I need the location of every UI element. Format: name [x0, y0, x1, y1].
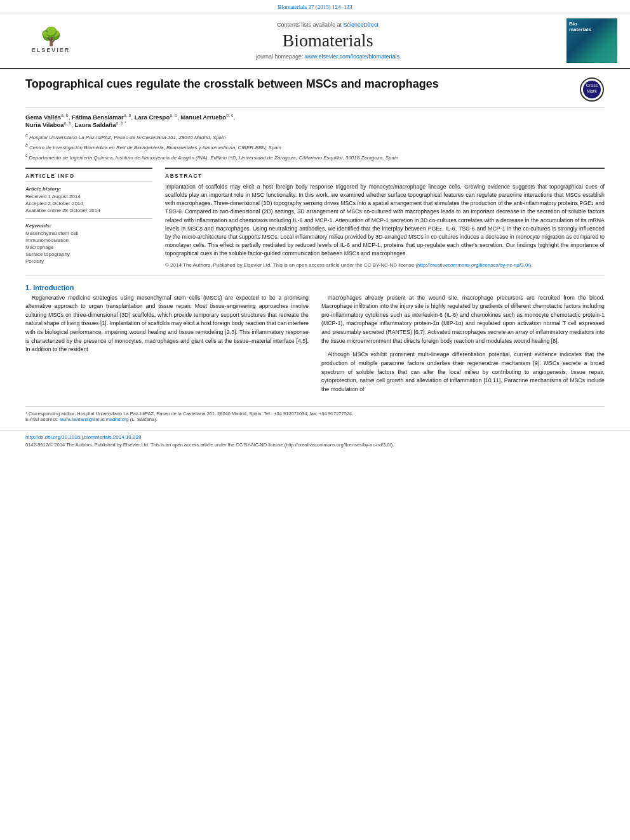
accepted-date: Accepted 2 October 2014	[25, 201, 152, 206]
intro-para-1: Regenerative medicine strategies using m…	[25, 294, 309, 354]
intro-col-left: Regenerative medicine strategies using m…	[25, 294, 309, 399]
article-title: Topographical cues regulate the crosstal…	[25, 77, 579, 91]
info-abstract-columns: ARTICLE INFO Article history: Received 1…	[25, 168, 605, 268]
abstract-title: ABSTRACT	[165, 173, 605, 179]
intro-para-2: macrophages already present at the wound…	[321, 294, 605, 346]
journal-cover-image: Biomaterials	[566, 18, 617, 63]
copyright-link[interactable]: http://creativecommons.org/licenses/by-n…	[417, 262, 530, 268]
footnote-star-note: * Corresponding author. Hospital Univers…	[25, 411, 353, 417]
journal-title-block: Contents lists available at ScienceDirec…	[89, 22, 566, 60]
keyword-5: Porosity	[25, 258, 152, 264]
keyword-1: Mesenchymal stem cell	[25, 230, 152, 236]
author-3: Lara Crespo	[135, 114, 170, 121]
crossmark-badge[interactable]: Cross Mark	[579, 77, 605, 102]
affiliation-a: a Hospital Universitario La Paz-IdiPAZ, …	[25, 132, 605, 141]
article-info-box: ARTICLE INFO Article history: Received 1…	[25, 168, 152, 264]
copyright-close: ).	[530, 262, 533, 268]
keyword-3: Macrophage	[25, 244, 152, 250]
journal-title: Biomaterials	[89, 30, 566, 51]
author-6: Laura Saldaña	[75, 121, 116, 128]
available-date: Available online 28 October 2014	[25, 208, 152, 213]
article-info-title: ARTICLE INFO	[25, 173, 152, 179]
author-1: Gema Vallés	[25, 114, 61, 121]
author-5: Nuria Vilaboa	[25, 121, 64, 128]
footer-issn-line: 0142-9612/© 2014 The Authors. Published …	[25, 442, 605, 448]
elsevier-tree-icon: 🌳	[40, 28, 62, 46]
elsevier-logo: 🌳 ELSEVIER	[22, 25, 79, 57]
keywords-section: Keywords: Mesenchymal stem cell Immunomo…	[25, 218, 152, 264]
abstract-copyright: © 2014 The Authors. Published by Elsevie…	[165, 262, 605, 268]
journal-homepage: journal homepage: www.elsevier.com/locat…	[89, 53, 566, 60]
homepage-label: journal homepage:	[256, 53, 304, 60]
footnote-section: * Corresponding author. Hospital Univers…	[25, 406, 605, 422]
sciencedirect-line: Contents lists available at ScienceDirec…	[89, 22, 566, 28]
email-label: E-mail address:	[25, 417, 58, 422]
keyword-4: Surface topography	[25, 251, 152, 257]
elsevier-wordmark: ELSEVIER	[32, 47, 70, 53]
author-2: Fátima Bensiamar	[72, 114, 124, 121]
keyword-2: Immunomodulation	[25, 237, 152, 243]
journal-cover-label: Biomaterials	[569, 21, 591, 32]
affiliation-c: c Departamento de Ingeniería Química, In…	[25, 152, 605, 161]
copyright-text: © 2014 The Authors. Published by Elsevie…	[165, 262, 417, 268]
svg-text:Cross: Cross	[586, 83, 598, 88]
page-footer: http://dx.doi.org/10.1016/j.biomaterials…	[0, 430, 630, 451]
section-number: 1. Introduction	[25, 284, 605, 291]
journal-citation-banner: Biomaterials 37 (2015) 124–133	[0, 0, 630, 13]
homepage-link[interactable]: www.elsevier.com/locate/biomaterials	[305, 53, 399, 60]
journal-header: 🌳 ELSEVIER Contents lists available at S…	[0, 13, 630, 69]
article-info-column: ARTICLE INFO Article history: Received 1…	[25, 168, 152, 268]
keywords-label: Keywords:	[25, 223, 152, 229]
svg-text:Mark: Mark	[587, 89, 597, 93]
email-line: E-mail address: laura.saldana@salud.madr…	[25, 417, 605, 422]
abstract-section: ABSTRACT Implantation of scaffolds may e…	[165, 168, 605, 268]
history-label: Article history:	[25, 186, 152, 192]
abstract-column: ABSTRACT Implantation of scaffolds may e…	[165, 168, 605, 268]
received-date: Received 1 August 2014	[25, 194, 152, 199]
introduction-section: 1. Introduction Regenerative medicine st…	[25, 284, 605, 399]
intro-para-3: Although MSCs exhibit prominent multi-li…	[321, 350, 605, 394]
author-4: Manuel Arruebo	[180, 114, 226, 121]
journal-citation-text: Biomaterials 37 (2015) 124–133	[278, 4, 352, 10]
authors-line: Gema Vallésa, b, Fátima Bensiamara, b, L…	[25, 113, 605, 128]
affiliation-b: b Centro de Investigación Biomédica en R…	[25, 142, 605, 151]
affiliations-block: a Hospital Universitario La Paz-IdiPAZ, …	[25, 132, 605, 161]
section-divider	[25, 276, 605, 276]
main-content: Topographical cues regulate the crosstal…	[0, 69, 630, 430]
abstract-text: Implantation of scaffolds may elicit a h…	[165, 183, 605, 258]
intro-col-right: macrophages already present at the wound…	[321, 294, 605, 399]
sciencedirect-prefix: Contents lists available at	[277, 22, 342, 28]
corresponding-author-note: * Corresponding author. Hospital Univers…	[25, 411, 605, 417]
sciencedirect-link[interactable]: ScienceDirect	[344, 22, 379, 28]
introduction-columns: Regenerative medicine strategies using m…	[25, 294, 605, 399]
email-note: (L. Saldaña).	[130, 417, 158, 422]
doi-link[interactable]: http://dx.doi.org/10.1016/j.biomaterials…	[25, 434, 605, 440]
elsevier-branding: 🌳 ELSEVIER	[13, 25, 89, 57]
email-address[interactable]: laura.saldana@salud.madrid.org	[60, 417, 129, 422]
article-title-section: Topographical cues regulate the crosstal…	[25, 77, 605, 108]
